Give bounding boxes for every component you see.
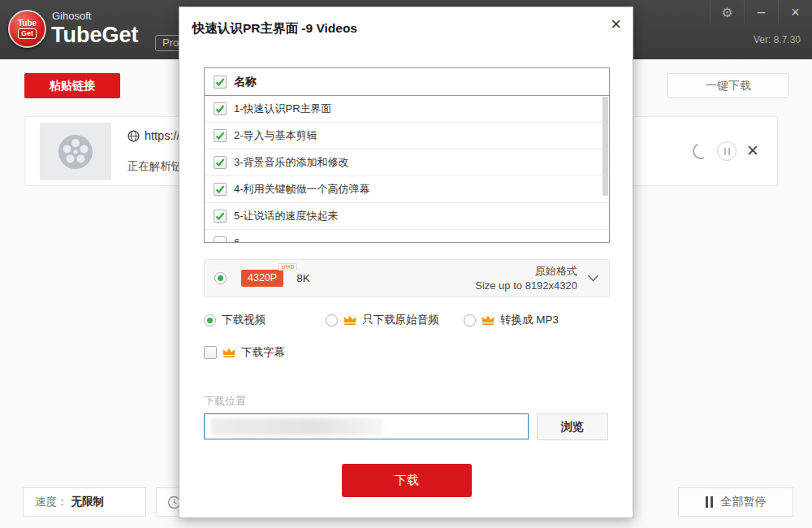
size-info: Size up to 8192x4320 [475, 279, 577, 293]
video-checkbox[interactable] [214, 236, 227, 242]
download-options-dialog: 快速认识PR主界面 -9 Videos × 名称 1-快速认识PR主界面 2-导… [179, 6, 633, 518]
window-controls: ⚙ – × [710, 0, 812, 24]
minimize-button[interactable]: – [744, 0, 778, 24]
radio-audio-only[interactable] [326, 314, 338, 327]
video-title: 3-背景音乐的添加和修改 [234, 155, 349, 170]
quality-selector[interactable]: 4320P UHD 8K 原始格式 Size up to 8192x4320 [204, 259, 610, 297]
loading-spinner-icon [690, 141, 711, 162]
crown-icon [343, 315, 356, 326]
close-icon: × [791, 4, 800, 21]
crown-icon [222, 348, 235, 358]
video-title: 6-… [234, 236, 254, 242]
video-thumbnail [40, 123, 111, 180]
close-window-button[interactable]: × [778, 0, 812, 24]
video-list-item[interactable]: 2-导入与基本剪辑 [205, 123, 609, 149]
gear-icon: ⚙ [721, 5, 732, 20]
check-icon [214, 76, 226, 88]
quality-radio[interactable] [214, 272, 227, 284]
pause-task-button[interactable] [717, 141, 736, 161]
video-list-item[interactable]: 5-让说话的速度快起来 [205, 203, 609, 230]
video-list-item[interactable]: 1-快速认识PR主界面 [205, 96, 609, 123]
dialog-close-button[interactable]: × [611, 14, 621, 35]
video-list-header: 名称 [205, 68, 609, 96]
pause-icon [706, 496, 713, 508]
video-title: 1-快速认识PR主界面 [234, 102, 332, 116]
radio-download-video[interactable] [204, 314, 216, 327]
remove-task-button[interactable]: ✕ [746, 144, 759, 158]
film-reel-icon [57, 133, 94, 171]
browse-button[interactable]: 浏览 [537, 413, 608, 440]
redacted-path [211, 418, 383, 435]
option-label: 下载字幕 [241, 345, 285, 360]
globe-icon [127, 130, 140, 142]
video-checkbox[interactable] [214, 210, 227, 223]
download-location-label: 下载位置 [204, 394, 246, 409]
video-checkbox[interactable] [214, 129, 227, 142]
pause-all-label: 全部暂停 [721, 495, 767, 509]
crown-icon [482, 315, 495, 326]
dialog-title: 快速认识PR主界面 -9 Videos [192, 20, 357, 37]
option-label: 下载视频 [222, 313, 266, 327]
video-checkbox[interactable] [214, 102, 227, 115]
option-label: 只下载原始音频 [362, 313, 439, 327]
check-icon [214, 130, 226, 141]
check-icon [214, 184, 226, 195]
task-controls: ✕ [693, 141, 759, 161]
option-label: 转换成 MP3 [500, 313, 559, 327]
chevron-down-icon [587, 275, 599, 282]
check-icon [214, 210, 226, 222]
option-audio-only[interactable]: 只下载原始音频 [326, 313, 439, 327]
check-icon [214, 157, 226, 168]
option-download-video[interactable]: 下载视频 [204, 313, 266, 327]
video-list: 名称 1-快速认识PR主界面 2-导入与基本剪辑 3-背景音乐的添加和修改 4-… [204, 67, 610, 243]
video-list-item[interactable]: 4-利用关键帧做一个高仿弹幕 [205, 176, 609, 203]
video-checkbox[interactable] [214, 183, 227, 196]
app-title: TubeGet [51, 23, 139, 48]
resolution-badge: 4320P UHD [241, 270, 283, 287]
format-label: 原始格式 [475, 264, 577, 279]
list-header-label: 名称 [234, 75, 257, 89]
app-logo-icon: Tube Get [8, 10, 46, 48]
check-icon [214, 103, 226, 115]
subtitles-checkbox[interactable] [204, 346, 217, 359]
settings-button[interactable]: ⚙ [710, 0, 744, 24]
list-scrollbar-thumb[interactable] [603, 97, 608, 196]
video-title: 5-让说话的速度快起来 [234, 209, 339, 223]
radio-convert-mp3[interactable] [464, 314, 476, 327]
brand-company: Gihosoft [52, 10, 91, 22]
speed-value: 无限制 [71, 495, 105, 509]
version-label: Ver: 8.7.30 [754, 34, 801, 45]
minimize-icon: – [758, 8, 765, 16]
select-all-checkbox[interactable] [214, 76, 227, 89]
one-click-download-button[interactable]: 一键下载 [667, 73, 789, 98]
speed-limit-selector[interactable]: 速度： 无限制 [23, 487, 146, 517]
download-location-input[interactable] [204, 413, 529, 439]
paste-link-button[interactable]: 粘贴链接 [24, 73, 120, 98]
video-title: 4-利用关键帧做一个高仿弹幕 [234, 182, 370, 197]
option-convert-mp3[interactable]: 转换成 MP3 [464, 313, 559, 327]
format-info: 原始格式 Size up to 8192x4320 [475, 264, 577, 293]
pause-all-button[interactable]: 全部暂停 [678, 487, 793, 517]
uhd-tag: UHD [279, 263, 297, 270]
download-button[interactable]: 下载 [342, 464, 472, 497]
video-list-item[interactable]: 3-背景音乐的添加和修改 [205, 149, 609, 176]
video-title: 2-导入与基本剪辑 [234, 128, 317, 143]
speed-label: 速度： [35, 495, 68, 509]
video-list-item[interactable]: 6-… [205, 230, 609, 242]
resolution-label: 8K [296, 272, 310, 284]
option-download-subtitles[interactable]: 下载字幕 [204, 345, 285, 360]
video-checkbox[interactable] [214, 156, 227, 169]
